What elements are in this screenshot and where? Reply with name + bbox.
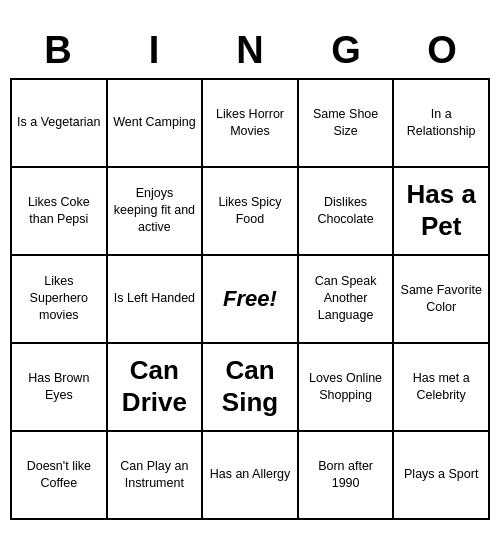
bingo-cell: Is a Vegetarian [12, 80, 108, 168]
bingo-letter: G [302, 29, 390, 72]
bingo-cell: Likes Spicy Food [203, 168, 299, 256]
bingo-letter: I [110, 29, 198, 72]
bingo-cell: Can Play an Instrument [108, 432, 204, 520]
bingo-cell: Loves Online Shopping [299, 344, 395, 432]
bingo-letter: B [14, 29, 102, 72]
bingo-cell: Plays a Sport [394, 432, 490, 520]
bingo-cell: Enjoys keeping fit and active [108, 168, 204, 256]
bingo-cell: Has a Pet [394, 168, 490, 256]
bingo-cell: Born after 1990 [299, 432, 395, 520]
bingo-cell: Went Camping [108, 80, 204, 168]
bingo-cell: Can Drive [108, 344, 204, 432]
bingo-cell: Has met a Celebrity [394, 344, 490, 432]
bingo-cell: Likes Superhero movies [12, 256, 108, 344]
bingo-cell: Has an Allergy [203, 432, 299, 520]
bingo-cell: Can Speak Another Language [299, 256, 395, 344]
bingo-grid: Is a VegetarianWent CampingLikes Horror … [10, 78, 490, 520]
bingo-cell: Has Brown Eyes [12, 344, 108, 432]
bingo-card: BINGO Is a VegetarianWent CampingLikes H… [10, 25, 490, 520]
bingo-cell: Is Left Handed [108, 256, 204, 344]
bingo-cell: Same Favorite Color [394, 256, 490, 344]
bingo-letter: N [206, 29, 294, 72]
bingo-cell: Free! [203, 256, 299, 344]
bingo-cell: Likes Coke than Pepsi [12, 168, 108, 256]
bingo-cell: Can Sing [203, 344, 299, 432]
bingo-title: BINGO [10, 25, 490, 78]
bingo-cell: Same Shoe Size [299, 80, 395, 168]
bingo-letter: O [398, 29, 486, 72]
bingo-cell: In a Relationship [394, 80, 490, 168]
bingo-cell: Likes Horror Movies [203, 80, 299, 168]
bingo-cell: Dislikes Chocolate [299, 168, 395, 256]
bingo-cell: Doesn't like Coffee [12, 432, 108, 520]
